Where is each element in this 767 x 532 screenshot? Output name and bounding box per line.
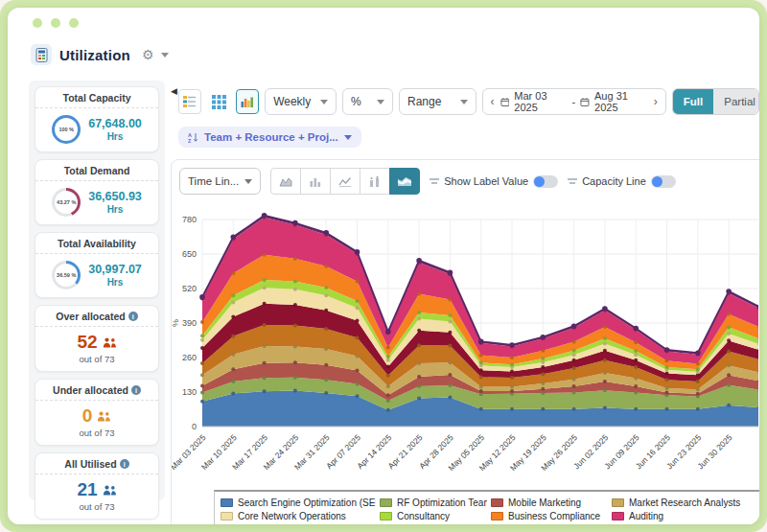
grid-view-button[interactable] — [207, 89, 230, 114]
legend-item[interactable]: Core Network Operations — [221, 509, 376, 522]
window-dot[interactable] — [69, 18, 79, 28]
info-icon[interactable]: i — [120, 459, 129, 469]
legend-swatch — [380, 512, 392, 520]
metric-card-title-text: Over allocated — [56, 311, 125, 322]
metric-out-of: out of 73 — [37, 428, 156, 438]
window-controls — [33, 18, 79, 28]
legend-swatch — [221, 512, 233, 520]
top-toolbar: Weekly % Range ‹ Mar 03 2025 - Aug 31 20… — [178, 88, 759, 115]
metric-card-body: 21out of 73 — [35, 474, 158, 519]
legend-label: Search Engine Optimization (SEO) — [238, 497, 376, 508]
legend-swatch — [221, 498, 233, 507]
metric-card-total-availability: Total Availability36.59 %30,997.07Hrs — [35, 232, 159, 298]
metric-value-block: 67,648.00Hrs — [88, 117, 142, 142]
filter-lines-icon — [430, 177, 439, 185]
bar-chart-type-button[interactable] — [300, 168, 331, 195]
timeline-select[interactable]: Time Lin... — [179, 168, 261, 195]
metric-unit: Hrs — [88, 204, 142, 215]
prev-period-arrow[interactable]: ‹ — [490, 95, 496, 108]
metric-value: 30,997.07 — [88, 263, 142, 276]
metric-card-title-text: Total Demand — [64, 165, 130, 176]
progress-ring: 100 % — [52, 115, 81, 144]
filter-lines-icon — [568, 177, 577, 185]
header-dropdown-caret-icon[interactable] — [161, 53, 169, 58]
legend-item[interactable]: Search Engine Optimization (SEO) — [221, 496, 376, 509]
metric-card-under-allocated: Under allocatedi0out of 73 — [35, 379, 159, 446]
metric-card-total-capacity: Total Capacity100 %67,648.00Hrs — [35, 86, 159, 152]
info-icon[interactable]: i — [131, 385, 141, 395]
window-dot[interactable] — [33, 18, 42, 28]
calendar-icon — [580, 97, 590, 107]
metric-value-block: 30,997.07Hrs — [88, 263, 142, 288]
show-label-value-toggle[interactable] — [533, 175, 558, 188]
unit-select[interactable]: % — [342, 88, 393, 115]
stacked-area-chart-type-button[interactable] — [389, 168, 420, 195]
metric-card-body: 0out of 73 — [35, 401, 158, 445]
sort-az-icon: A Z — [188, 132, 198, 143]
line-chart-type-button[interactable] — [330, 168, 360, 195]
metric-count-line: 0 — [37, 405, 156, 427]
stacked-bar-chart-type-button[interactable] — [360, 168, 390, 195]
legend-swatch — [612, 498, 624, 507]
legend-item[interactable]: Mobile Marketing — [491, 496, 608, 509]
capacity-line-toggle[interactable] — [651, 175, 676, 188]
timeline-select-value: Time Lin... — [188, 175, 239, 187]
grouping-chip-label: Team + Resource + Proj... — [204, 131, 338, 143]
grouping-row: A Z Team + Resource + Proj... — [178, 127, 361, 148]
chart-panel: Time Lin... — [171, 159, 759, 524]
legend-label: Consultancy — [397, 511, 450, 521]
progress-ring: 36.59 % — [52, 261, 81, 289]
metric-card-title-text: Under allocated — [53, 384, 128, 396]
full-option[interactable]: Full — [673, 89, 713, 114]
chart-view-button[interactable] — [236, 89, 259, 114]
metric-card-body: 52out of 73 — [35, 327, 158, 371]
sidebar-collapse-button[interactable]: ◀ — [171, 86, 177, 96]
period-select[interactable]: Weekly — [265, 88, 337, 115]
end-date-field[interactable]: Aug 31 2025 — [594, 90, 648, 113]
grouping-chip[interactable]: A Z Team + Resource + Proj... — [178, 127, 361, 148]
chart-toolbar: Time Lin... — [179, 168, 676, 195]
area-chart-type-button[interactable] — [270, 168, 301, 195]
metric-card-title-text: Total Capacity — [63, 92, 131, 104]
svg-text:390: 390 — [182, 318, 197, 328]
unit-select-value: % — [351, 95, 361, 108]
progress-ring-percent: 36.59 % — [52, 261, 81, 289]
legend-item[interactable]: Auditing — [612, 509, 755, 522]
svg-text:260: 260 — [182, 353, 197, 362]
legend-item[interactable]: Business Compliance — [491, 509, 608, 522]
legend-item[interactable]: RF Optimization Team — [380, 496, 487, 509]
metric-card-title: Under allocatedi — [35, 380, 158, 401]
metric-unit: Hrs — [88, 131, 142, 142]
legend-label: RF Optimization Team — [397, 497, 487, 508]
chevron-down-icon — [377, 100, 384, 104]
window-dot[interactable] — [51, 18, 60, 28]
metric-card-total-demand: Total Demand43.27 %36,650.93Hrs — [35, 159, 159, 225]
legend-item[interactable]: Market Research Analysts — [612, 496, 755, 509]
legend-item[interactable]: Consultancy — [380, 509, 487, 522]
svg-text:520: 520 — [182, 284, 197, 293]
metric-card-title-text: Total Availability — [58, 238, 136, 249]
chart-legend: Search Engine Optimization (SEO)Core Net… — [214, 490, 759, 524]
info-icon[interactable]: i — [128, 312, 138, 321]
start-date-field[interactable]: Mar 03 2025 — [514, 90, 567, 113]
utilization-stacked-area-chart[interactable]: 0130260390520650780%Mar 03 2025Mar 10 20… — [172, 198, 758, 488]
capacity-line-label: Capacity Line — [582, 175, 646, 187]
progress-ring: 43.27 % — [52, 188, 81, 217]
svg-text:780: 780 — [182, 215, 197, 224]
metric-value: 67,648.00 — [88, 117, 142, 130]
metric-value: 36,650.93 — [88, 190, 142, 203]
next-period-arrow[interactable]: › — [653, 95, 659, 108]
settings-gear-icon[interactable]: ⚙ — [142, 47, 154, 62]
legend-label: Market Research Analysts — [629, 497, 740, 508]
range-select[interactable]: Range — [399, 88, 476, 115]
metric-count: 52 — [77, 332, 97, 353]
chevron-down-icon — [344, 135, 352, 140]
capacity-line-control: Capacity Line — [568, 175, 676, 188]
gantt-view-button[interactable] — [178, 89, 201, 114]
metric-count: 21 — [77, 479, 97, 500]
people-icon — [103, 337, 117, 348]
partial-option[interactable]: Partial — [713, 89, 759, 114]
metric-out-of: out of 73 — [37, 354, 156, 364]
legend-swatch — [380, 498, 392, 507]
legend-label: Business Compliance — [508, 511, 600, 521]
